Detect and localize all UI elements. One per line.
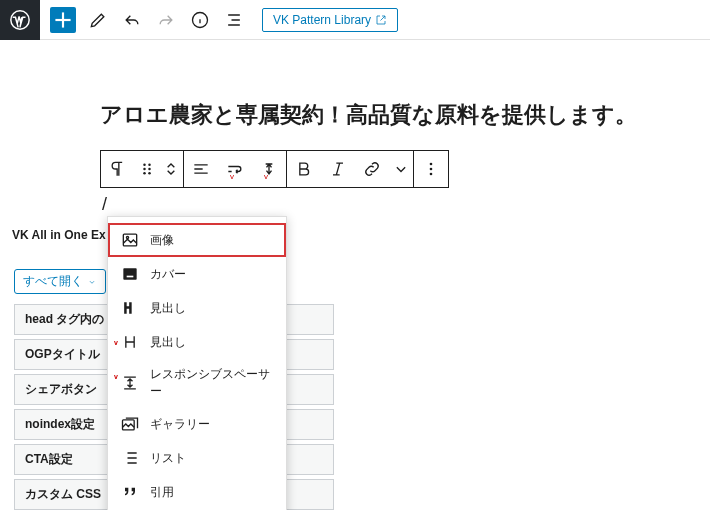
dropdown-item-responsive-spacer[interactable]: レスポンシブスペーサー (108, 359, 286, 407)
paragraph-block-icon[interactable] (101, 151, 135, 187)
svg-rect-2 (55, 18, 70, 20)
settings-panel-title: VK All in One Ex (12, 228, 106, 242)
editor-canvas: アロエ農家と専属契約！高品質な原料を提供します。 v v / (0, 40, 710, 215)
add-block-button[interactable] (50, 7, 76, 33)
cover-icon (120, 264, 140, 284)
more-format-icon[interactable] (389, 151, 413, 187)
gallery-icon (120, 414, 140, 434)
italic-icon[interactable] (321, 151, 355, 187)
edit-mode-icon[interactable] (86, 8, 110, 32)
link-icon[interactable] (355, 151, 389, 187)
svg-rect-16 (127, 276, 134, 278)
expand-all-button[interactable]: すべて開く (14, 269, 106, 294)
block-inserter-dropdown: 画像 カバー 見出し 見出し レスポンシブスペーサー ギャラリー リスト 引用 … (107, 216, 287, 510)
empty-block-slash[interactable]: / (102, 194, 710, 215)
responsive-font-icon[interactable]: v (252, 151, 286, 187)
undo-icon[interactable] (120, 8, 144, 32)
svg-point-12 (430, 173, 433, 176)
dropdown-item-list[interactable]: リスト (108, 441, 286, 475)
block-toolbar: v v (100, 150, 449, 188)
move-updown-icon[interactable] (159, 151, 183, 187)
redo-icon[interactable] (154, 8, 178, 32)
list-icon (120, 448, 140, 468)
page-title[interactable]: アロエ農家と専属契約！高品質な原料を提供します。 (100, 100, 710, 130)
svg-point-14 (126, 236, 128, 238)
wp-logo[interactable] (0, 0, 40, 40)
dropdown-item-cover[interactable]: カバー (108, 257, 286, 291)
pattern-library-label: VK Pattern Library (273, 13, 371, 27)
svg-point-10 (430, 163, 433, 166)
svg-point-8 (143, 172, 146, 175)
options-icon[interactable] (414, 151, 448, 187)
info-icon[interactable] (188, 8, 212, 32)
svg-point-6 (143, 168, 146, 171)
quote-icon (120, 482, 140, 502)
dropdown-item-quote[interactable]: 引用 (108, 475, 286, 509)
align-icon[interactable] (184, 151, 218, 187)
svg-point-9 (148, 172, 151, 175)
heading-icon (120, 332, 140, 352)
svg-point-11 (430, 168, 433, 171)
dropdown-item-vk-heading[interactable]: 見出し (108, 325, 286, 359)
spacer-icon (120, 373, 140, 393)
pattern-library-button[interactable]: VK Pattern Library (262, 8, 398, 32)
svg-rect-13 (123, 234, 136, 246)
dropdown-item-image[interactable]: 画像 (108, 223, 286, 257)
heading-icon (120, 298, 140, 318)
dropdown-item-gallery[interactable]: ギャラリー (108, 407, 286, 441)
nowrap-icon[interactable]: v (218, 151, 252, 187)
svg-rect-15 (123, 268, 136, 280)
dropdown-item-heading[interactable]: 見出し (108, 291, 286, 325)
editor-top-toolbar: VK Pattern Library (0, 0, 710, 40)
outline-icon[interactable] (222, 8, 246, 32)
svg-point-5 (148, 164, 151, 167)
bold-icon[interactable] (287, 151, 321, 187)
svg-point-4 (143, 164, 146, 167)
drag-handle-icon[interactable] (135, 151, 159, 187)
image-icon (120, 230, 140, 250)
svg-point-7 (148, 168, 151, 171)
